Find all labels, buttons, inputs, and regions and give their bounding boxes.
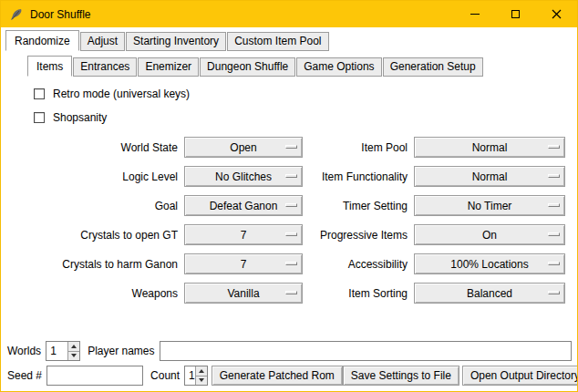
tab-custom-item-pool[interactable]: Custom Item Pool bbox=[227, 32, 328, 51]
accessibility-dropdown[interactable]: 100% Locations bbox=[414, 253, 565, 274]
retro-mode-row: Retro mode (universal keys) bbox=[34, 88, 577, 100]
shopsanity-checkbox[interactable] bbox=[34, 112, 45, 123]
dropdown-indicator-icon bbox=[285, 174, 297, 178]
count-spinbox[interactable]: 1 bbox=[184, 366, 208, 386]
seed-input[interactable] bbox=[46, 366, 143, 386]
weapons-dropdown[interactable]: Vanilla bbox=[184, 283, 303, 304]
open-output-directory-button[interactable]: Open Output Directory bbox=[462, 366, 578, 386]
spin-down-button[interactable] bbox=[68, 352, 79, 361]
dropdown-indicator-icon bbox=[548, 174, 560, 178]
goal-value: Defeat Ganon bbox=[210, 200, 278, 212]
worlds-row: Worlds 1 Player names bbox=[7, 341, 572, 361]
save-settings-button[interactable]: Save Settings to File bbox=[343, 366, 459, 386]
spin-down-arrow-icon bbox=[71, 354, 77, 357]
dropdown-indicator-icon bbox=[548, 291, 560, 294]
settings-grid: World State Open Item Pool Normal Logic … bbox=[25, 137, 577, 304]
logic-level-dropdown[interactable]: No Glitches bbox=[184, 166, 303, 187]
player-names-label: Player names bbox=[88, 345, 154, 357]
crystals-harm-ganon-label: Crystals to harm Ganon bbox=[25, 258, 178, 271]
dropdown-indicator-icon bbox=[548, 262, 560, 265]
crystals-harm-ganon-value: 7 bbox=[241, 258, 247, 271]
generation-row: Seed # Count 1 Generate Patched Rom Save… bbox=[7, 366, 572, 386]
dropdown-indicator-icon bbox=[285, 291, 297, 294]
world-state-dropdown[interactable]: Open bbox=[184, 137, 303, 158]
count-value: 1 bbox=[185, 366, 195, 385]
goal-dropdown[interactable]: Defeat Ganon bbox=[184, 195, 303, 216]
dropdown-indicator-icon bbox=[548, 145, 560, 149]
retro-mode-checkbox[interactable] bbox=[34, 88, 45, 99]
item-functionality-dropdown[interactable]: Normal bbox=[414, 166, 565, 187]
dropdown-indicator-icon bbox=[548, 203, 560, 207]
spin-arrows bbox=[67, 342, 79, 360]
tab-game-options[interactable]: Game Options bbox=[296, 57, 381, 77]
tab-entrances[interactable]: Entrances bbox=[73, 57, 137, 77]
dropdown-indicator-icon bbox=[285, 145, 297, 149]
tab-generation-setup[interactable]: Generation Setup bbox=[383, 57, 483, 77]
item-sorting-dropdown[interactable]: Balanced bbox=[414, 283, 565, 304]
world-state-label: World State bbox=[25, 141, 178, 154]
close-button[interactable] bbox=[536, 1, 577, 27]
spin-up-arrow-icon bbox=[71, 345, 77, 348]
dropdown-indicator-icon bbox=[548, 232, 560, 236]
tab-enemizer[interactable]: Enemizer bbox=[138, 57, 199, 77]
secondary-tabs: Items Entrances Enemizer Dungeon Shuffle… bbox=[27, 56, 577, 77]
tab-adjust[interactable]: Adjust bbox=[80, 32, 125, 51]
item-pool-label: Item Pool bbox=[309, 141, 408, 154]
retro-mode-label: Retro mode (universal keys) bbox=[53, 88, 190, 100]
crystals-open-gt-dropdown[interactable]: 7 bbox=[184, 224, 303, 245]
logic-level-label: Logic Level bbox=[25, 170, 178, 183]
dropdown-indicator-icon bbox=[285, 232, 297, 236]
item-sorting-label: Item Sorting bbox=[309, 287, 408, 300]
logic-level-value: No Glitches bbox=[215, 170, 272, 183]
tab-items[interactable]: Items bbox=[27, 56, 72, 77]
close-icon bbox=[552, 9, 562, 19]
item-functionality-value: Normal bbox=[472, 170, 508, 183]
progressive-items-label: Progressive Items bbox=[309, 229, 408, 242]
item-functionality-label: Item Functionality bbox=[309, 170, 408, 183]
progressive-items-dropdown[interactable]: On bbox=[414, 224, 565, 245]
timer-setting-label: Timer Setting bbox=[309, 200, 408, 212]
crystals-open-gt-value: 7 bbox=[241, 229, 247, 242]
minimize-icon bbox=[470, 14, 480, 15]
shopsanity-row: Shopsanity bbox=[34, 111, 577, 124]
world-state-value: Open bbox=[230, 141, 256, 154]
item-sorting-value: Balanced bbox=[467, 287, 512, 300]
maximize-icon bbox=[511, 10, 520, 18]
item-pool-value: Normal bbox=[472, 141, 508, 154]
player-names-input[interactable] bbox=[160, 341, 573, 361]
primary-tabs: Randomize Adjust Starting Inventory Cust… bbox=[5, 30, 577, 51]
item-pool-dropdown[interactable]: Normal bbox=[414, 137, 565, 158]
maximize-button[interactable] bbox=[495, 1, 536, 27]
app-window: Door Shuffle Randomize Adjust Starting I… bbox=[0, 0, 578, 392]
caption-buttons bbox=[454, 1, 577, 27]
crystals-harm-ganon-dropdown[interactable]: 7 bbox=[184, 253, 303, 274]
generate-patched-rom-button[interactable]: Generate Patched Rom bbox=[212, 366, 343, 386]
count-label: Count bbox=[150, 369, 180, 382]
spin-arrows bbox=[195, 366, 207, 385]
worlds-spinbox[interactable]: 1 bbox=[46, 341, 80, 361]
spin-down-button[interactable] bbox=[196, 377, 207, 386]
spin-up-button[interactable] bbox=[68, 342, 79, 352]
accessibility-label: Accessibility bbox=[309, 258, 408, 271]
tab-dungeon-shuffle[interactable]: Dungeon Shuffle bbox=[200, 57, 295, 77]
feather-icon bbox=[9, 7, 24, 22]
accessibility-value: 100% Locations bbox=[450, 258, 528, 271]
titlebar[interactable]: Door Shuffle bbox=[1, 1, 577, 27]
timer-setting-dropdown[interactable]: No Timer bbox=[414, 195, 565, 216]
window-title: Door Shuffle bbox=[30, 8, 91, 21]
dropdown-indicator-icon bbox=[285, 203, 297, 207]
dropdown-indicator-icon bbox=[285, 262, 297, 265]
shopsanity-label: Shopsanity bbox=[53, 111, 107, 124]
tab-randomize[interactable]: Randomize bbox=[5, 30, 79, 51]
worlds-value: 1 bbox=[46, 342, 67, 360]
tab-starting-inventory[interactable]: Starting Inventory bbox=[126, 32, 226, 51]
goal-label: Goal bbox=[25, 200, 178, 212]
timer-setting-value: No Timer bbox=[468, 200, 512, 212]
crystals-open-gt-label: Crystals to open GT bbox=[25, 229, 178, 242]
worlds-label: Worlds bbox=[7, 345, 41, 357]
progressive-items-value: On bbox=[482, 229, 497, 242]
seed-label: Seed # bbox=[7, 369, 42, 382]
minimize-button[interactable] bbox=[454, 1, 495, 27]
spin-up-arrow-icon bbox=[199, 369, 204, 373]
spin-up-button[interactable] bbox=[196, 366, 207, 377]
